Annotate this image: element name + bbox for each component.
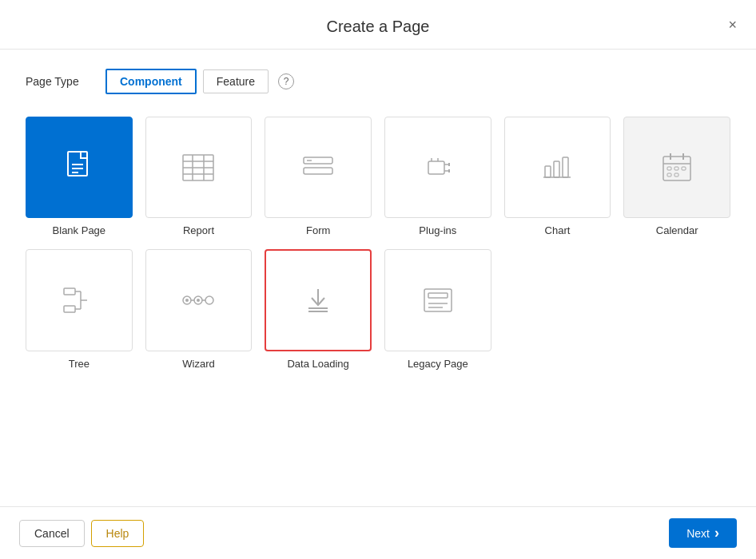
chart-icon [541,153,573,182]
svg-rect-34 [64,306,75,312]
svg-point-45 [197,299,200,302]
tiles-row1: Blank Page Rep [26,117,730,236]
page-type-label: Page Type [26,75,90,88]
tile-box-tree[interactable] [26,249,133,351]
plugins-icon [422,152,454,184]
tile-label-data-loading: Data Loading [287,358,348,370]
tile-label-wizard: Wizard [182,358,214,370]
dialog-body: Page Type Component Feature ? [0,50,756,506]
svg-rect-13 [428,161,444,174]
close-button[interactable]: × [725,14,740,35]
tile-label-plugins: Plug-ins [419,224,456,236]
tile-plugins[interactable]: Plug-ins [384,117,491,236]
cancel-button[interactable]: Cancel [19,520,85,547]
svg-point-44 [185,299,189,302]
tile-box-blank-page[interactable] [26,117,133,218]
feature-toggle[interactable]: Feature [203,69,269,93]
svg-rect-32 [674,173,678,176]
page-type-row: Page Type Component Feature ? [26,69,730,94]
tile-blank-page[interactable]: Blank Page [26,117,133,236]
tile-box-legacy-page[interactable] [384,249,491,351]
tile-label-blank-page: Blank Page [53,224,106,236]
next-button[interactable]: Next › [669,518,737,548]
tile-wizard[interactable]: Wizard [145,249,253,369]
form-icon [300,153,336,182]
calendar-icon [661,153,693,183]
next-arrow-icon: › [714,525,719,541]
dialog-header: Create a Page × [0,0,756,50]
next-label: Next [686,527,710,540]
svg-rect-20 [545,166,551,177]
dialog-title: Create a Page [327,18,430,36]
create-page-dialog: Create a Page × Page Type Component Feat… [0,0,756,559]
tile-data-loading[interactable]: Data Loading [265,249,372,369]
svg-rect-21 [554,161,559,177]
svg-rect-28 [667,167,671,170]
legacy-page-icon [420,286,456,315]
dialog-footer: Cancel Help Next › [0,506,756,559]
help-icon[interactable]: ? [278,73,294,89]
svg-rect-29 [674,167,678,170]
tile-label-tree: Tree [69,358,90,370]
svg-rect-33 [64,288,75,295]
help-button[interactable]: Help [91,520,145,547]
tile-box-calendar[interactable] [623,117,730,218]
tile-form[interactable]: Form [265,117,372,236]
tile-legacy-page[interactable]: Legacy Page [384,249,491,369]
tile-tree[interactable]: Tree [26,249,133,369]
wizard-icon [181,286,216,315]
tile-box-form[interactable] [265,117,372,218]
svg-rect-22 [563,157,568,177]
tile-calendar[interactable]: Calendar [623,117,730,236]
tile-box-wizard[interactable] [145,249,253,351]
tile-label-legacy-page: Legacy Page [408,358,468,370]
tile-label-chart: Chart [545,224,571,236]
tile-box-plugins[interactable] [384,117,491,218]
tile-label-report: Report [183,224,214,236]
tile-report[interactable]: Report [145,117,253,236]
svg-rect-49 [424,289,452,311]
tiles-row2: Tree [26,249,730,369]
tile-box-chart[interactable] [504,117,611,218]
svg-rect-11 [304,168,332,174]
svg-rect-31 [667,173,671,176]
tile-chart[interactable]: Chart [504,117,611,236]
toggle-group: Component Feature ? [105,69,294,94]
tree-icon [62,285,97,315]
svg-rect-50 [428,293,448,298]
tile-label-form: Form [306,224,330,236]
component-toggle[interactable]: Component [105,69,197,94]
data-loading-icon [302,284,334,316]
svg-rect-30 [682,167,686,170]
footer-left-buttons: Cancel Help [19,520,144,547]
tile-label-calendar: Calendar [656,224,698,236]
tile-box-data-loading[interactable] [265,249,372,351]
report-icon [181,153,216,183]
svg-point-41 [205,296,213,304]
blank-page-icon [63,150,95,185]
tile-box-report[interactable] [145,117,253,218]
